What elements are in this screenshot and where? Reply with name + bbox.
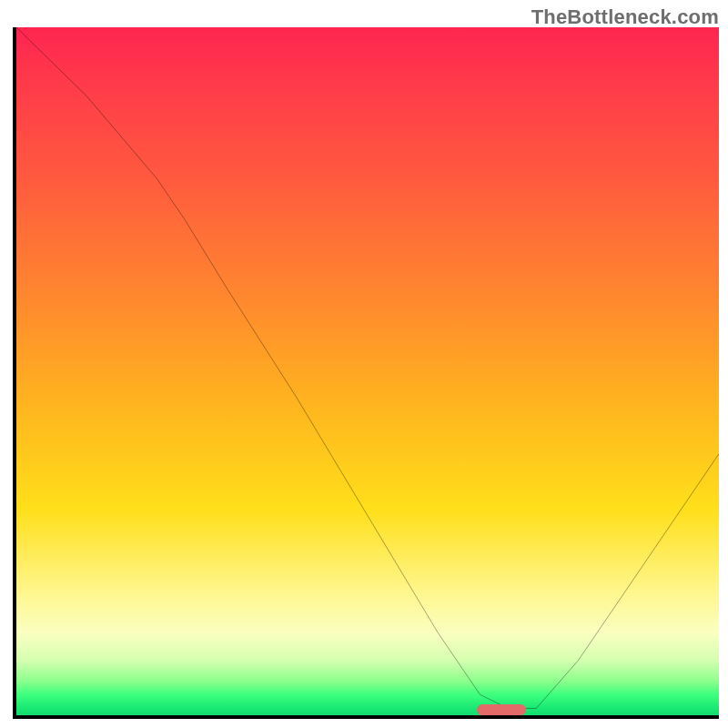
optimal-range-marker <box>477 704 526 715</box>
plot-area <box>13 27 719 719</box>
watermark-text: TheBottleneck.com <box>531 5 719 29</box>
chart-container: TheBottleneck.com <box>0 0 728 728</box>
bottleneck-curve <box>16 27 719 708</box>
curve-overlay <box>16 27 719 715</box>
